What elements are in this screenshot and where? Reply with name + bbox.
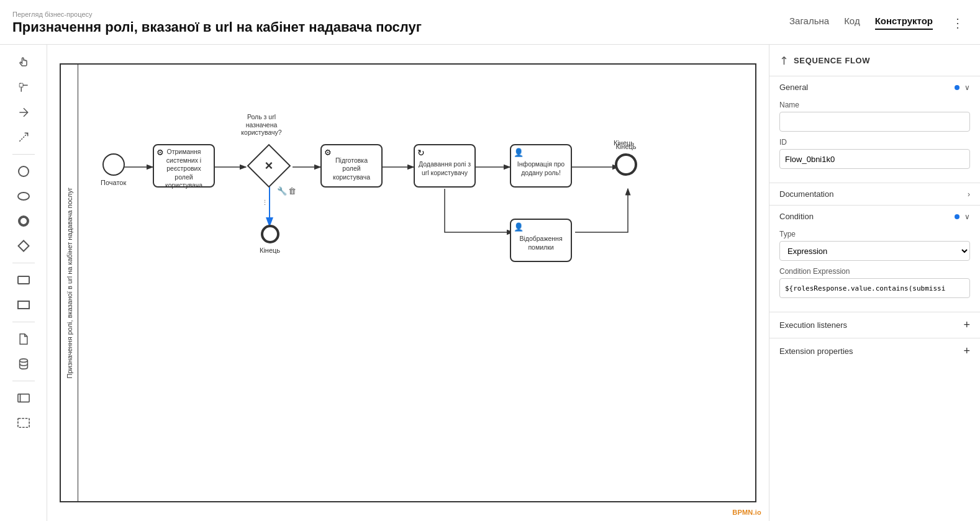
execution-listeners-title: Execution listeners bbox=[779, 320, 847, 330]
toolbar-separator-3 bbox=[12, 322, 35, 322]
id-input[interactable] bbox=[779, 149, 970, 169]
svg-point-4 bbox=[19, 359, 27, 362]
task-role-info[interactable]: 👤 Інформація про додану роль! bbox=[510, 144, 572, 188]
gateway-shape: × bbox=[253, 150, 287, 184]
header-left: Перегляд бізнес-процесу Призначення ролі… bbox=[12, 11, 422, 35]
task-role-info-text: Інформація про додану роль! bbox=[515, 160, 567, 177]
extension-properties-title: Extension properties bbox=[779, 347, 853, 356]
end-event-tool-button[interactable] bbox=[10, 211, 37, 232]
app-header: Перегляд бізнес-процесу Призначення ролі… bbox=[0, 0, 980, 45]
task-get-roles-icon: ⚙ bbox=[157, 148, 164, 157]
intermediate-event-tool-button[interactable] bbox=[10, 186, 37, 207]
task-get-roles[interactable]: ⚙ Отримання системних і реєстрових ролей… bbox=[153, 144, 215, 188]
id-field: ID bbox=[779, 138, 970, 169]
extension-properties-add[interactable]: + bbox=[963, 345, 970, 358]
toolbar-separator-4 bbox=[12, 381, 35, 381]
bpmn-footer-suffix: .io bbox=[753, 509, 762, 516]
pool-content: Початок ⚙ Отримання системних і реєстров… bbox=[78, 65, 755, 501]
main-layout: Призначення ролі, вказаної в url на кабі… bbox=[0, 45, 980, 521]
type-field: Type Expression Script None bbox=[779, 230, 970, 261]
subprocess-tool-button[interactable] bbox=[10, 294, 37, 315]
condition-expression-input[interactable] bbox=[779, 278, 970, 298]
start-event-label: Початок bbox=[101, 178, 126, 187]
extension-properties-row[interactable]: Extension properties + bbox=[769, 338, 980, 364]
page-subtitle: Перегляд бізнес-процесу bbox=[12, 11, 422, 18]
task-add-role[interactable]: ↻ Додавання ролі з url користувачу bbox=[414, 144, 476, 188]
page-title: Призначення ролі, вказаної в url на кабі… bbox=[12, 19, 422, 35]
gateway-flow-dots[interactable]: ⋮ bbox=[261, 199, 268, 207]
task-get-roles-text: Отримання системних і реєстрових ролей к… bbox=[158, 148, 210, 190]
task-show-error-icon: 👤 bbox=[514, 222, 524, 232]
end-event-1[interactable]: Кінець bbox=[260, 225, 280, 255]
space-tool-button[interactable] bbox=[10, 102, 37, 123]
name-input[interactable] bbox=[779, 112, 970, 132]
subprocess-icon bbox=[17, 301, 30, 309]
execution-listeners-row[interactable]: Execution listeners + bbox=[769, 312, 980, 338]
general-section-header[interactable]: General ∨ bbox=[769, 76, 980, 98]
task-role-info-box: 👤 Інформація про додану роль! bbox=[510, 144, 572, 188]
data-store-tool-button[interactable] bbox=[10, 353, 37, 374]
type-select[interactable]: Expression Script None bbox=[779, 241, 970, 261]
svg-rect-0 bbox=[19, 83, 23, 87]
tab-constructor[interactable]: Конструктор bbox=[875, 16, 933, 30]
type-label: Type bbox=[779, 230, 970, 238]
general-section-title: General bbox=[779, 83, 808, 92]
canvas-inner: Призначення ролі, вказаної в url на кабі… bbox=[47, 45, 769, 521]
toolbar-separator-1 bbox=[12, 154, 35, 155]
condition-section-header[interactable]: Condition ∨ bbox=[769, 206, 980, 227]
task-prepare-roles[interactable]: ⚙ Підготовка ролей користувача bbox=[320, 144, 383, 188]
end-event-1-label: Кінець bbox=[260, 246, 280, 255]
group-tool-button[interactable] bbox=[10, 412, 37, 433]
header-right: Загальна Код Конструктор ⋮ bbox=[789, 13, 968, 33]
task-show-error[interactable]: 👤 Відображення помилки bbox=[510, 219, 572, 262]
gateway-flow-delete[interactable]: 🗑 bbox=[288, 186, 296, 196]
documentation-section-header[interactable]: Documentation › bbox=[769, 183, 980, 205]
gateway-tool-button[interactable] bbox=[10, 235, 37, 256]
task-show-error-box: 👤 Відображення помилки bbox=[510, 219, 572, 262]
condition-section-title: Condition bbox=[779, 212, 814, 221]
id-label: ID bbox=[779, 138, 970, 147]
header-nav: Загальна Код Конструктор bbox=[789, 16, 933, 30]
end-event-1-shape bbox=[261, 225, 279, 243]
gateway-icon bbox=[17, 240, 30, 252]
name-field: Name bbox=[779, 101, 970, 132]
svg-rect-7 bbox=[17, 419, 29, 428]
documentation-section-title: Documentation bbox=[779, 189, 833, 199]
general-section-content: Name ID bbox=[769, 98, 980, 183]
execution-listeners-add[interactable]: + bbox=[963, 319, 970, 332]
task-prepare-roles-text: Підготовка ролей користувача bbox=[325, 156, 378, 182]
bpmn-pool: Призначення ролі, вказаної в url на кабі… bbox=[60, 63, 756, 502]
start-event[interactable]: Початок bbox=[101, 153, 126, 187]
task-add-role-icon: ↻ bbox=[417, 148, 425, 158]
panel-header: ↗ SEQUENCE FLOW bbox=[769, 45, 980, 76]
gateway-label: Роль з url назначена користувачу? bbox=[236, 113, 287, 137]
svg-line-3 bbox=[19, 133, 27, 141]
tab-code[interactable]: Код bbox=[844, 16, 860, 30]
tab-general[interactable]: Загальна bbox=[789, 16, 829, 30]
connect-tool-button[interactable] bbox=[10, 127, 37, 148]
end-event-2-shape bbox=[615, 153, 637, 176]
connections-svg bbox=[78, 65, 755, 501]
task-add-role-text: Додавання ролі з url користувачу bbox=[419, 160, 471, 177]
condition-expression-field: Condition Expression bbox=[779, 267, 970, 298]
hand-tool-button[interactable] bbox=[10, 52, 37, 73]
sequence-flow-icon: ↗ bbox=[776, 52, 792, 68]
pool-tool-button[interactable] bbox=[10, 387, 37, 409]
gateway-element[interactable]: × Роль з url назначена користувачу? bbox=[253, 150, 287, 184]
lasso-tool-button[interactable] bbox=[10, 77, 37, 98]
gateway-flow-wrench[interactable]: 🔧 bbox=[277, 186, 287, 196]
condition-section-content: Type Expression Script None Condition Ex… bbox=[769, 227, 980, 312]
end2-label-top: Кінець bbox=[614, 139, 634, 147]
general-section-dot bbox=[955, 85, 960, 90]
start-event-tool-button[interactable] bbox=[10, 161, 37, 182]
more-menu-button[interactable]: ⋮ bbox=[948, 13, 968, 33]
data-object-tool-button[interactable] bbox=[10, 328, 37, 350]
gateway-x-icon: × bbox=[265, 158, 273, 174]
bpmn-canvas[interactable]: Призначення ролі, вказаної в url на кабі… bbox=[47, 45, 769, 521]
bpmn-footer-text: BPMN bbox=[732, 509, 753, 516]
task-tool-button[interactable] bbox=[10, 270, 37, 291]
svg-rect-5 bbox=[17, 394, 29, 402]
task-prepare-roles-icon: ⚙ bbox=[324, 148, 332, 157]
end-event-2[interactable]: Кінець bbox=[615, 153, 637, 176]
start-event-icon bbox=[18, 166, 29, 177]
